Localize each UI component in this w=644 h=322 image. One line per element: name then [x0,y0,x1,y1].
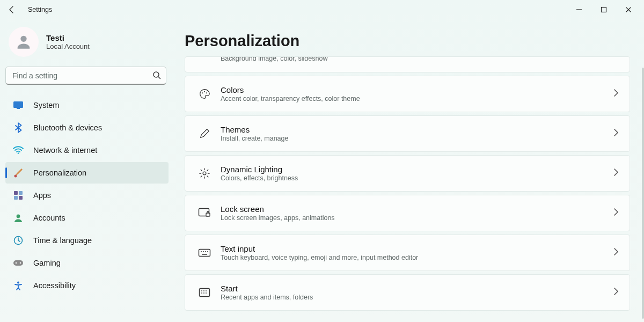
main-content: Personalization Background Background im… [172,19,644,322]
minimize-button[interactable] [567,1,591,18]
chevron-right-icon [613,129,619,138]
card-desc: Colors, effects, brightness [221,174,613,182]
svg-rect-31 [200,289,210,297]
svg-point-20 [204,91,205,92]
card-title: Dynamic Lighting [221,165,613,174]
card-title: Themes [221,125,613,134]
bluetooth-icon [13,122,24,133]
card-title: Text input [221,244,613,253]
card-desc: Lock screen images, apps, animations [221,214,613,222]
wifi-icon [13,145,24,156]
svg-point-13 [17,215,20,218]
chevron-right-icon [613,208,619,218]
sidebar: Testi Local Account System Bluetooth & d… [0,19,172,322]
sidebar-item-label: Network & internet [33,146,97,155]
svg-point-8 [14,175,17,178]
sidebar-item-time-language[interactable]: Time & language [5,230,169,251]
apps-icon [13,190,24,201]
svg-point-32 [201,290,202,291]
card-desc: Recent apps and items, folders [221,294,613,301]
svg-point-35 [201,292,202,294]
card-themes[interactable]: Themes Install, create, manage [185,115,630,152]
card-lock-screen[interactable]: Lock screen Lock screen images, apps, an… [185,195,630,231]
card-dynamic-lighting[interactable]: Dynamic Lighting Colors, effects, bright… [185,155,630,192]
svg-point-33 [203,290,204,291]
gear-icon [194,167,215,179]
svg-rect-15 [13,260,23,266]
back-button[interactable] [3,1,20,18]
card-title: Lock screen [221,204,613,214]
keyboard-icon [194,248,215,257]
chevron-right-icon [613,288,619,297]
svg-point-3 [153,72,159,77]
user-name: Testi [46,33,90,42]
maximize-button[interactable] [591,1,616,18]
clock-globe-icon [13,235,24,246]
sidebar-item-personalization[interactable]: Personalization [5,162,169,184]
sidebar-item-network[interactable]: Network & internet [5,140,169,161]
search-box[interactable] [5,67,166,85]
card-title: Colors [221,85,613,94]
svg-point-37 [206,292,207,294]
accessibility-icon [13,280,24,291]
chevron-right-icon [613,169,619,178]
card-background[interactable]: Background Background image, color, slid… [185,56,630,72]
scrollbar[interactable] [642,68,644,319]
settings-card-list: Background Background image, color, slid… [185,56,630,311]
sidebar-item-label: Accounts [33,214,65,222]
card-start[interactable]: Start Recent apps and items, folders [185,274,630,311]
window-title: Settings [28,6,52,13]
start-icon [194,288,215,297]
sidebar-item-gaming[interactable]: Gaming [5,252,169,274]
user-block[interactable]: Testi Local Account [5,25,169,67]
svg-point-19 [202,92,203,93]
close-button[interactable] [616,1,641,18]
chevron-right-icon [613,248,619,258]
person-icon [13,213,24,223]
chevron-right-icon [613,89,619,99]
title-bar: Settings [0,0,644,19]
svg-rect-11 [14,196,18,200]
avatar [9,27,39,57]
sidebar-item-label: Accessibility [33,281,76,290]
svg-rect-1 [602,8,606,12]
user-sub: Local Account [46,42,90,50]
svg-point-34 [206,290,207,291]
sidebar-item-label: Personalization [33,169,86,177]
nav-list: System Bluetooth & devices Network & int… [5,94,169,296]
sidebar-item-label: Apps [33,191,51,200]
display-icon [13,100,24,111]
lock-screen-icon [194,208,215,218]
svg-rect-24 [206,213,210,216]
svg-rect-10 [19,191,23,195]
palette-icon [194,88,215,100]
paintbrush-icon [13,167,24,178]
sidebar-item-bluetooth[interactable]: Bluetooth & devices [5,117,169,138]
card-title: Start [221,284,613,293]
sidebar-item-apps[interactable]: Apps [5,185,169,206]
sidebar-item-label: Bluetooth & devices [33,123,102,132]
sidebar-item-label: Gaming [33,259,61,267]
sidebar-item-accounts[interactable]: Accounts [5,207,169,229]
search-icon [152,71,161,82]
card-colors[interactable]: Colors Accent color, transparency effect… [185,76,630,112]
svg-line-4 [158,77,160,79]
svg-point-16 [16,262,17,264]
svg-point-18 [17,282,19,284]
sidebar-item-system[interactable]: System [5,94,169,116]
search-input[interactable] [5,67,166,85]
card-desc: Accent color, transparency effects, colo… [221,95,613,103]
sidebar-item-accessibility[interactable]: Accessibility [5,275,169,296]
card-text-input[interactable]: Text input Touch keyboard, voice typing,… [185,235,630,271]
svg-point-2 [20,36,26,42]
svg-point-17 [20,262,21,264]
svg-point-36 [203,292,204,294]
svg-rect-5 [13,101,23,108]
svg-point-22 [203,172,206,175]
svg-rect-6 [17,108,20,109]
sidebar-item-label: Time & language [33,236,92,245]
pen-icon [194,128,215,140]
svg-point-7 [18,152,19,154]
card-desc: Background image, color, slideshow [221,56,619,62]
card-desc: Install, create, manage [221,135,613,142]
